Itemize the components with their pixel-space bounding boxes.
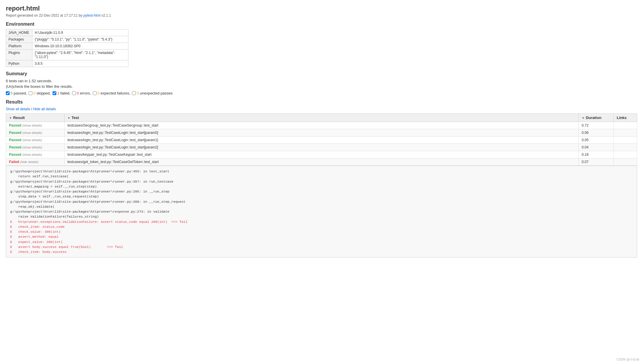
filter-count-2: 1	[57, 91, 59, 95]
env-key: Plugins	[6, 50, 32, 60]
show-details-link[interactable]: (show details)	[22, 124, 42, 127]
error-line: E expect_value: 200(int)	[10, 240, 62, 244]
page-title: report.html	[6, 5, 637, 12]
table-row: Passed (show details) testcases/Secgroup…	[6, 122, 637, 129]
links-cell	[614, 144, 637, 151]
result-cell: Passed (show details)	[6, 144, 65, 151]
results-thead: ▼Result ▼Test ▼Duration Links	[6, 114, 637, 122]
table-row: Passed (show details) testcases/login_te…	[6, 136, 637, 144]
filter-item-failed: 0 errors,	[72, 91, 91, 95]
env-row: JAVA_HOMEH:\Java\jdk-11.0.9	[6, 29, 128, 36]
error-line: g:\pythonproject\hrun\lib\site-packages\…	[10, 190, 169, 193]
error-line: raise ValidationFailure(failures_string)	[10, 215, 99, 218]
error-line: g:\pythonproject\hrun\lib\site-packages\…	[10, 200, 185, 204]
error-block: g:\pythonproject\hrun\lib\site-packages\…	[6, 166, 637, 258]
filter-text-3: errors,	[79, 91, 91, 95]
result-status: Failed	[9, 160, 19, 164]
env-row: PlatformWindows-10-10.0.18362-SP0	[6, 43, 128, 50]
filter-checkbox-3[interactable]	[72, 91, 76, 95]
filter-checkbox-2[interactable]	[53, 91, 56, 95]
col-test-header[interactable]: ▼Test	[65, 114, 579, 122]
filter-checkbox-4[interactable]	[93, 91, 97, 95]
env-value: {"pluggy": "0.13.1", "py": "1.11.0", "py…	[32, 36, 128, 43]
links-cell	[614, 136, 637, 144]
filter-item-skipped: 0 skipped,	[29, 91, 50, 95]
show-details-link[interactable]: (hide details)	[20, 160, 39, 164]
env-value: 3.8.5	[32, 60, 128, 67]
test-cell: testcases/login_test.py::TestCaseLogin::…	[65, 136, 579, 144]
hide-all-details-link[interactable]: Hide all details	[33, 107, 56, 111]
filter-checkbox-5[interactable]	[132, 91, 136, 95]
filter-item-passed: 5 passed,	[6, 91, 27, 95]
filter-text-0: passed,	[13, 91, 27, 95]
filter-text-4: expected failures,	[100, 91, 130, 95]
results-table: ▼Result ▼Test ▼Duration Links Passed (sh…	[6, 113, 637, 166]
result-status: Passed	[9, 123, 21, 127]
filter-count-1: 0	[33, 91, 35, 95]
env-value: H:\Java\jdk-11.0.9	[32, 29, 128, 36]
duration-cell: 0.18	[579, 151, 614, 158]
show-details-link[interactable]: (show details)	[22, 146, 42, 149]
error-line: step_data = self._run_step_request(step)	[10, 195, 99, 198]
filter-item-expected: 0 expected failures,	[93, 91, 130, 95]
result-status: Passed	[9, 131, 21, 135]
filter-text-2: failed,	[59, 91, 70, 95]
error-line: resp_obj.validate(	[10, 205, 55, 209]
filter-count-5: 0	[137, 91, 139, 95]
filter-checkbox-1[interactable]	[29, 91, 32, 95]
results-heading: Results	[6, 99, 637, 105]
error-line: E httprunner.exceptions.ValidationFailur…	[10, 220, 187, 224]
show-details-link[interactable]: (show details)	[22, 138, 42, 142]
filter-label-5: 0 unexpected passes	[137, 91, 172, 95]
results-tbody: Passed (show details) testcases/Secgroup…	[6, 122, 637, 166]
env-key: JAVA_HOME	[6, 29, 32, 36]
error-line: extract_mapping = self.__run_step(step)	[10, 185, 97, 188]
env-row: Python3.8.5	[6, 60, 128, 67]
col-links-header[interactable]: Links	[614, 114, 637, 122]
col-duration-header[interactable]: ▼Duration	[579, 114, 614, 122]
sort-arrow-test: ▼	[67, 116, 70, 120]
env-value: {"allure-pytest": "2.9.45", "html": "2.1…	[32, 50, 128, 60]
result-cell: Passed (show details)	[6, 129, 65, 136]
col-result-label: Result	[13, 116, 25, 120]
result-cell: Passed (show details)	[6, 151, 65, 158]
tests-ran-text: 6 tests ran in 1.52 seconds.	[6, 79, 637, 83]
error-line: E check_item: status_code	[10, 225, 65, 229]
env-key: Python	[6, 60, 32, 67]
show-details-link[interactable]: (show details)	[22, 131, 42, 134]
results-header-row: ▼Result ▼Test ▼Duration Links	[6, 114, 637, 122]
filter-label-2: 1 failed,	[57, 91, 71, 95]
pytest-html-link[interactable]: pytest-html	[83, 13, 101, 18]
env-value: Windows-10-10.0.18362-SP0	[32, 43, 128, 50]
error-line: g:\pythonproject\hrun\lib\site-packages\…	[10, 169, 169, 173]
sort-arrow-duration: ▼	[582, 116, 585, 120]
filter-instruction: (Un)check the boxes to filter the result…	[6, 84, 637, 89]
table-row: Failed (hide details) testcases/get_toke…	[6, 158, 637, 166]
error-line: E assert body.success equal True(bool) =…	[10, 245, 123, 249]
filter-checkbox-0[interactable]	[6, 91, 10, 95]
error-line: g:\pythonproject\hrun\lib\site-packages\…	[10, 210, 169, 214]
col-duration-label: Duration	[586, 116, 601, 120]
table-row: Passed (show details) testcases/keypair_…	[6, 151, 637, 158]
filter-count-4: 0	[97, 91, 100, 95]
links-cell	[614, 158, 637, 166]
filter-label-3: 0 errors,	[77, 91, 91, 95]
summary-heading: Summary	[6, 71, 637, 76]
sort-arrow-result: ▼	[9, 116, 12, 120]
table-row: Passed (show details) testcases/login_te…	[6, 144, 637, 151]
filter-row: 5 passed,0 skipped,1 failed,0 errors,0 e…	[6, 91, 637, 95]
result-cell: Failed (hide details)	[6, 158, 65, 166]
error-line: return self.run_testcase(	[10, 174, 69, 178]
result-status: Passed	[9, 138, 21, 142]
results-links: Show all details / Hide all details	[6, 107, 637, 111]
duration-cell: 0.06	[579, 129, 614, 136]
links-cell	[614, 151, 637, 158]
duration-cell: 0.05	[579, 136, 614, 144]
test-cell: testcases/keypair_test.py::TestCaseKeypa…	[65, 151, 579, 158]
show-details-link[interactable]: (show details)	[22, 153, 42, 156]
test-cell: testcases/get_token_test.py::TestCaseGet…	[65, 158, 579, 166]
error-line: E check_value: 300(int)	[10, 230, 61, 234]
col-result-header[interactable]: ▼Result	[6, 114, 65, 122]
table-row: Passed (show details) testcases/login_te…	[6, 129, 637, 136]
show-all-details-link[interactable]: Show all details	[6, 107, 30, 111]
